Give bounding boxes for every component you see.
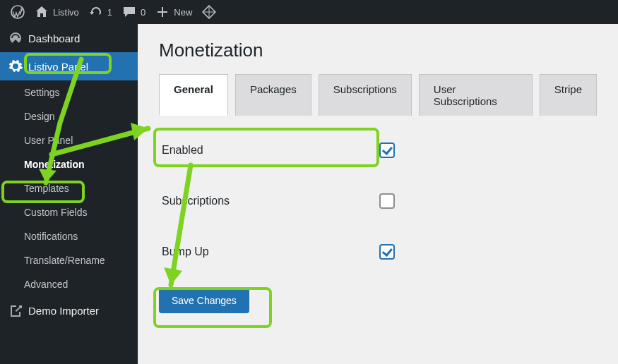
tab-stripe[interactable]: Stripe — [540, 74, 597, 116]
subscriptions-checkbox[interactable] — [379, 193, 395, 209]
submenu-item-custom-fields[interactable]: Custom Fields — [0, 200, 138, 224]
sidebar-item-label: Dashboard — [28, 32, 80, 44]
diamond-icon — [202, 5, 216, 19]
tab-subscriptions[interactable]: Subscriptions — [319, 74, 412, 116]
bumpup-label: Bump Up — [162, 245, 209, 258]
new-content[interactable]: New — [150, 0, 197, 24]
sidebar-item-dashboard[interactable]: Dashboard — [0, 24, 138, 52]
sidemenu: Dashboard Listivo Panel Settings Design … — [0, 24, 138, 364]
wordpress-icon — [11, 5, 25, 19]
field-bumpup: Bump Up — [159, 237, 395, 267]
import-icon — [8, 303, 23, 317]
site-home[interactable]: Listivo — [30, 0, 84, 24]
submenu-item-user-panel[interactable]: User Panel — [0, 128, 138, 152]
tab-user-subscriptions[interactable]: User Subscriptions — [419, 74, 533, 116]
refresh-icon — [89, 5, 103, 19]
submenu-item-monetization[interactable]: Monetization — [0, 152, 138, 176]
submenu-item-translate-rename[interactable]: Translate/Rename — [0, 248, 138, 272]
gear-icon — [8, 59, 23, 73]
submenu-item-settings[interactable]: Settings — [0, 80, 138, 104]
adminbar: Listivo 1 0 New — [0, 0, 618, 24]
new-label: New — [174, 7, 192, 18]
tabs: General Packages Subscriptions User Subs… — [159, 74, 597, 116]
arrow-enabled-to-save — [162, 158, 205, 299]
site-title: Listivo — [53, 7, 79, 18]
page-title: Monetization — [159, 40, 597, 61]
svg-marker-5 — [164, 267, 182, 285]
tab-general[interactable]: General — [159, 74, 228, 116]
sidebar-item-label: Listivo Panel — [28, 61, 88, 73]
submenu-item-notifications[interactable]: Notifications — [0, 224, 138, 248]
field-enabled: Enabled — [159, 135, 395, 165]
submenu-listivo-panel: Settings Design User Panel Monetization … — [0, 80, 138, 296]
home-icon — [35, 5, 49, 19]
theme-extra[interactable] — [197, 0, 221, 24]
comments[interactable]: 0 — [117, 0, 150, 24]
save-button[interactable]: Save Changes — [159, 288, 249, 313]
updates-count: 1 — [107, 7, 112, 18]
dashboard-icon — [8, 31, 23, 45]
sidebar-item-demo-importer[interactable]: Demo Importer — [0, 296, 138, 324]
wp-logo[interactable] — [6, 0, 30, 24]
updates[interactable]: 1 — [84, 0, 117, 24]
comments-count: 0 — [141, 7, 145, 18]
app: Dashboard Listivo Panel Settings Design … — [0, 24, 618, 364]
bumpup-checkbox[interactable] — [379, 244, 395, 260]
enabled-checkbox[interactable] — [379, 142, 395, 158]
tab-packages[interactable]: Packages — [235, 74, 311, 116]
field-subscriptions: Subscriptions — [159, 186, 395, 216]
sidebar-item-listivo-panel[interactable]: Listivo Panel — [0, 52, 138, 80]
submenu-item-design[interactable]: Design — [0, 104, 138, 128]
submenu-item-templates[interactable]: Templates — [0, 176, 138, 200]
sidebar-item-label: Demo Importer — [28, 305, 99, 317]
subscriptions-label: Subscriptions — [162, 195, 230, 207]
plus-icon — [155, 5, 170, 19]
enabled-label: Enabled — [162, 144, 203, 157]
comment-icon — [122, 5, 136, 19]
submenu-item-advanced[interactable]: Advanced — [0, 272, 138, 296]
content: Monetization General Packages Subscripti… — [138, 24, 618, 364]
svg-line-4 — [171, 165, 191, 285]
